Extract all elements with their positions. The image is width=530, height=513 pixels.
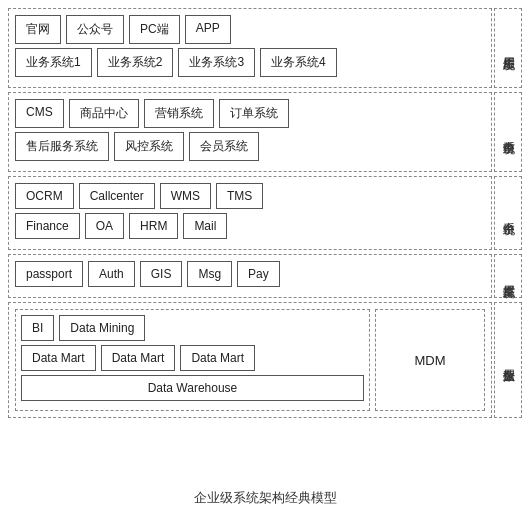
app-layer-row: 官网 公众号 PC端 APP 业务系统1 业务系统2 业务系统3 业务系统4 应…: [8, 8, 522, 88]
middle-row-1: OCRM Callcenter WMS TMS: [15, 183, 485, 209]
box-biz1: 业务系统1: [15, 48, 92, 77]
box-ocrm: OCRM: [15, 183, 74, 209]
data-layer-row: BI Data Mining Data Mart Data Mart Data …: [8, 302, 522, 418]
box-order: 订单系统: [219, 99, 289, 128]
box-datamart-3: Data Mart: [180, 345, 255, 371]
box-datamart-2: Data Mart: [101, 345, 176, 371]
middle-layer-row: OCRM Callcenter WMS TMS Finance OA HRM M…: [8, 176, 522, 250]
box-cms: CMS: [15, 99, 64, 128]
mid-front-row-1: CMS 商品中心 营销系统 订单系统: [15, 99, 485, 128]
support-layer-label: 支撑层系统: [494, 254, 522, 298]
middle-layer-label: 中台系统: [494, 176, 522, 250]
data-layer-content: BI Data Mining Data Mart Data Mart Data …: [8, 302, 492, 418]
mid-front-layer-label: 中前台系统: [494, 92, 522, 172]
middle-layer-content: OCRM Callcenter WMS TMS Finance OA HRM M…: [8, 176, 492, 250]
box-pay: Pay: [237, 261, 280, 287]
footer-title: 企业级系统架构经典模型: [0, 489, 530, 507]
box-callcenter: Callcenter: [79, 183, 155, 209]
mid-front-row-2: 售后服务系统 风控系统 会员系统: [15, 132, 485, 161]
box-msg: Msg: [187, 261, 232, 287]
box-finance: Finance: [15, 213, 80, 239]
data-bottom-row: Data Warehouse: [21, 375, 364, 401]
box-riskcontrol: 风控系统: [114, 132, 184, 161]
box-guanwang: 官网: [15, 15, 61, 44]
data-top-row: BI Data Mining: [21, 315, 364, 341]
support-layer-content: passport Auth GIS Msg Pay: [8, 254, 492, 298]
box-biz4: 业务系统4: [260, 48, 337, 77]
app-layer-label: 应用层系统: [494, 8, 522, 88]
data-left-section: BI Data Mining Data Mart Data Mart Data …: [15, 309, 370, 411]
mid-front-layer-row: CMS 商品中心 营销系统 订单系统 售后服务系统 风控系统 会员系统 中前台系…: [8, 92, 522, 172]
box-tms: TMS: [216, 183, 263, 209]
box-wms: WMS: [160, 183, 211, 209]
diagram-container: 官网 公众号 PC端 APP 业务系统1 业务系统2 业务系统3 业务系统4 应…: [0, 0, 530, 513]
box-datawarehouse: Data Warehouse: [21, 375, 364, 401]
support-row-1: passport Auth GIS Msg Pay: [15, 261, 485, 287]
box-passport: passport: [15, 261, 83, 287]
box-datamart-1: Data Mart: [21, 345, 96, 371]
box-biz2: 业务系统2: [97, 48, 174, 77]
data-right-section: MDM: [375, 309, 485, 411]
app-layer-content: 官网 公众号 PC端 APP 业务系统1 业务系统2 业务系统3 业务系统4: [8, 8, 492, 88]
box-gongzhonghao: 公众号: [66, 15, 124, 44]
data-layer-label: 企业数据层: [494, 302, 522, 418]
box-datamining: Data Mining: [59, 315, 145, 341]
box-mail: Mail: [183, 213, 227, 239]
box-oa: OA: [85, 213, 124, 239]
data-mid-row: Data Mart Data Mart Data Mart: [21, 345, 364, 371]
box-aftersale: 售后服务系统: [15, 132, 109, 161]
box-pcduan: PC端: [129, 15, 180, 44]
box-hrm: HRM: [129, 213, 178, 239]
app-row-1: 官网 公众号 PC端 APP: [15, 15, 485, 44]
box-member: 会员系统: [189, 132, 259, 161]
mdm-label: MDM: [414, 353, 445, 368]
box-product-center: 商品中心: [69, 99, 139, 128]
box-auth: Auth: [88, 261, 135, 287]
mid-front-layer-content: CMS 商品中心 营销系统 订单系统 售后服务系统 风控系统 会员系统: [8, 92, 492, 172]
data-layer-inner: BI Data Mining Data Mart Data Mart Data …: [15, 309, 485, 411]
box-app: APP: [185, 15, 231, 44]
box-marketing: 营销系统: [144, 99, 214, 128]
box-bi: BI: [21, 315, 54, 341]
box-gis: GIS: [140, 261, 183, 287]
app-row-2: 业务系统1 业务系统2 业务系统3 业务系统4: [15, 48, 485, 77]
support-layer-row: passport Auth GIS Msg Pay 支撑层系统: [8, 254, 522, 298]
box-biz3: 业务系统3: [178, 48, 255, 77]
middle-row-2: Finance OA HRM Mail: [15, 213, 485, 239]
